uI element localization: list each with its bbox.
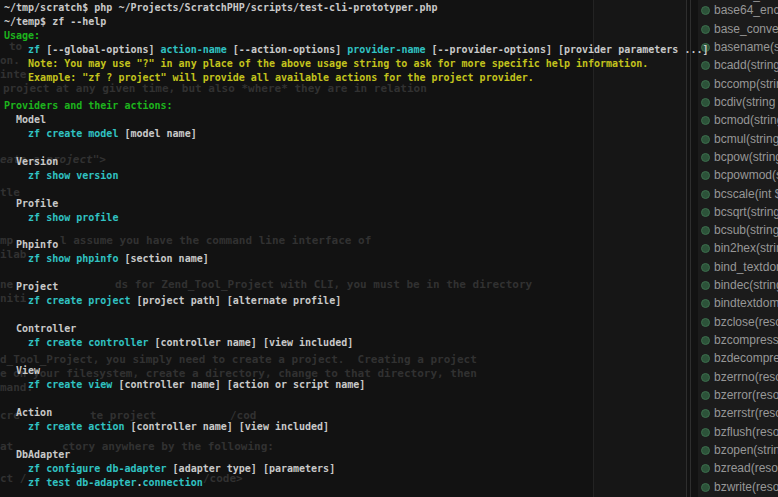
- terminal-line: zf create controller [controller name] […: [4, 337, 353, 351]
- terminal-text-segment: DbAdapter: [4, 449, 70, 460]
- terminal-text-segment: Version: [4, 156, 58, 167]
- terminal-line: ~/tmp/scratch$ php ~/Projects/ScratchPHP…: [4, 2, 437, 16]
- terminal-line: Action: [4, 407, 52, 421]
- terminal-text-segment: Note: You may use "?" in any place of th…: [4, 58, 648, 69]
- terminal-text-segment: [--global-options]: [40, 44, 160, 55]
- terminal-text-segment: connection: [143, 477, 203, 488]
- terminal-text-segment: [controller name] [view included]: [149, 337, 354, 348]
- terminal-line: zf show version: [4, 170, 118, 184]
- terminal-line: zf show profile: [4, 212, 118, 226]
- terminal-text-segment: [4, 253, 28, 264]
- terminal-line: Phpinfo: [4, 239, 58, 253]
- terminal-text-segment: Example: "zf ? project" will provide all…: [4, 72, 534, 83]
- terminal-line: zf configure db-adapter [adapter type] […: [4, 463, 335, 477]
- terminal-text-segment: zf show profile: [28, 212, 118, 223]
- terminal-line: Controller: [4, 323, 76, 337]
- terminal-text-segment: Model: [4, 114, 46, 125]
- terminal-text-segment: [4, 477, 28, 488]
- terminal-line: Example: "zf ? project" will provide all…: [4, 72, 534, 86]
- terminal-text-segment: [4, 421, 28, 432]
- terminal-line: Model: [4, 114, 46, 128]
- terminal-text-segment: [4, 463, 28, 474]
- terminal-text-segment: Providers and their actions:: [4, 100, 173, 111]
- terminal-text-segment: [4, 295, 28, 306]
- terminal-line: Note: You may use "?" in any place of th…: [4, 58, 648, 72]
- terminal-text-segment: Profile: [4, 198, 58, 209]
- terminal-text-segment: [4, 379, 28, 390]
- terminal-line: DbAdapter: [4, 449, 70, 463]
- terminal-text-segment: Controller: [4, 323, 76, 334]
- terminal-line: ~/temp$ zf --help: [4, 16, 106, 30]
- terminal-text-segment: Action: [4, 407, 52, 418]
- terminal-text-segment: View: [4, 365, 40, 376]
- terminal-text-segment: [project path] [alternate profile]: [130, 295, 341, 306]
- terminal-text-segment: [4, 337, 28, 348]
- terminal-text-segment: [4, 170, 28, 181]
- terminal-text-segment: [4, 44, 28, 55]
- terminal-text-segment: Phpinfo: [4, 239, 58, 250]
- terminal-text-segment: [--action-options]: [227, 44, 347, 55]
- terminal-text-segment: [model name]: [118, 128, 196, 139]
- terminal-line: zf test db-adapter.connection: [4, 477, 203, 491]
- terminal-text-segment: Usage:: [4, 30, 40, 41]
- terminal-line: Providers and their actions:: [4, 100, 173, 114]
- terminal-line: Project: [4, 281, 58, 295]
- terminal-text-segment: ~/tmp/scratch$ php ~/Projects/ScratchPHP…: [4, 2, 437, 13]
- terminal-line: View: [4, 365, 40, 379]
- terminal-output: ~/tmp/scratch$ php ~/Projects/ScratchPHP…: [4, 0, 764, 497]
- terminal-line: Version: [4, 156, 58, 170]
- terminal-text-segment: zf create view: [28, 379, 112, 390]
- terminal-text-segment: [--provider-options] [provider parameter…: [426, 44, 709, 55]
- terminal-line: Usage:: [4, 30, 40, 44]
- terminal-text-segment: zf configure db-adapter: [28, 463, 166, 474]
- terminal-text-segment: [controller name] [view included]: [124, 421, 329, 432]
- terminal-line: zf [--global-options] action-name [--act…: [4, 44, 708, 58]
- terminal-line: zf create model [model name]: [4, 128, 197, 142]
- terminal-text-segment: zf show version: [28, 170, 118, 181]
- terminal-line: zf create view [controller name] [action…: [4, 379, 365, 393]
- terminal-line: zf create action [controller name] [view…: [4, 421, 329, 435]
- terminal-text-segment: zf: [28, 44, 40, 55]
- terminal-text-segment: zf create action: [28, 421, 124, 432]
- terminal-text-segment: [adapter type] [parameters]: [167, 463, 336, 474]
- terminal-pane[interactable]: toon.inteproject at any given time, but …: [0, 0, 706, 497]
- terminal-text-segment: zf create model: [28, 128, 118, 139]
- terminal-line: Profile: [4, 198, 58, 212]
- terminal-text-segment: zf show phpinfo: [28, 253, 118, 264]
- terminal-line: zf create project [project path] [altern…: [4, 295, 341, 309]
- terminal-text-segment: provider-name: [347, 44, 425, 55]
- terminal-text-segment: [4, 212, 28, 223]
- terminal-text-segment: action-name: [161, 44, 227, 55]
- terminal-text-segment: zf test db-adapter: [28, 477, 136, 488]
- terminal-text-segment: zf create project: [28, 295, 130, 306]
- desktop-screenshot: base64_decode(sbase64_encode(sbase_conve…: [0, 0, 778, 497]
- terminal-text-segment: zf create controller: [28, 337, 148, 348]
- terminal-text-segment: [controller name] [action or script name…: [112, 379, 365, 390]
- terminal-text-segment: Project: [4, 281, 58, 292]
- terminal-text-segment: [section name]: [118, 253, 208, 264]
- terminal-line: zf show phpinfo [section name]: [4, 253, 209, 267]
- terminal-text-segment: [4, 128, 28, 139]
- terminal-text-segment: ~/temp$ zf --help: [4, 16, 106, 27]
